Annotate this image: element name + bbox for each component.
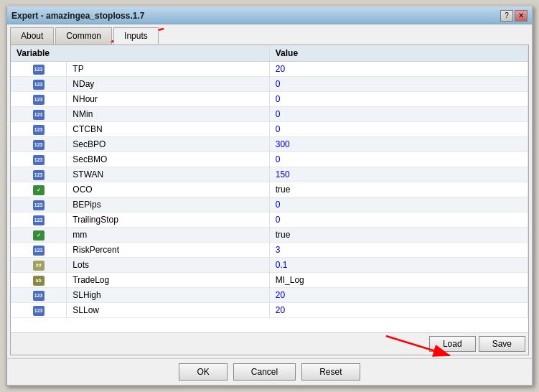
row-icon: 123: [11, 137, 67, 152]
help-button[interactable]: ?: [500, 10, 513, 22]
table-row[interactable]: ##Lots0.1: [11, 258, 528, 273]
row-icon: 123: [11, 243, 67, 258]
row-icon: 123: [11, 152, 67, 167]
row-variable: SLHigh: [67, 288, 269, 303]
row-variable: SecBMO: [67, 152, 269, 167]
table-row[interactable]: ✓OCOtrue: [11, 182, 528, 197]
row-variable: SLLow: [67, 303, 269, 318]
row-value: 20: [269, 288, 528, 303]
row-value: 20: [269, 303, 528, 318]
row-variable: STWAN: [67, 167, 269, 182]
row-icon: 123: [11, 122, 67, 137]
table-row[interactable]: 123CTCBN0: [11, 122, 528, 137]
table-row[interactable]: 123SLHigh20: [11, 288, 528, 303]
row-icon: 123: [11, 288, 67, 303]
row-value: MI_Log: [269, 273, 528, 288]
table-row[interactable]: 123STWAN150: [11, 167, 528, 182]
row-icon: 123: [11, 92, 67, 107]
row-icon: 123: [11, 197, 67, 213]
row-icon: ##: [11, 258, 67, 273]
row-variable: NDay: [67, 77, 269, 92]
window-title: Expert - amazingea_stoploss.1.7: [11, 11, 144, 21]
row-icon: ab: [11, 273, 67, 288]
row-variable: mm: [67, 228, 269, 243]
row-value: 3: [269, 243, 528, 258]
row-value: true: [269, 228, 528, 243]
table-row[interactable]: 123TrailingStop0: [11, 213, 528, 228]
reset-button[interactable]: Reset: [301, 363, 360, 381]
row-variable: OCO: [67, 182, 269, 197]
ok-button[interactable]: OK: [179, 363, 227, 381]
row-variable: Lots: [67, 258, 269, 273]
row-value: 0: [269, 197, 528, 213]
table-row[interactable]: ✓mmtrue: [11, 228, 528, 243]
row-variable: NHour: [67, 92, 269, 107]
col-variable: Variable: [11, 45, 269, 62]
main-window: Expert - amazingea_stoploss.1.7 ? ✕ Abou…: [6, 6, 533, 386]
table-row[interactable]: 123NDay0: [11, 77, 528, 92]
variables-table: Variable Value 123TP20123NDay0123NHour01…: [11, 45, 528, 318]
table-row[interactable]: 123BEPips0: [11, 197, 528, 213]
row-variable: SecBPO: [67, 137, 269, 152]
tab-common[interactable]: Common: [55, 27, 112, 45]
table-row[interactable]: 123SecBMO0: [11, 152, 528, 167]
row-value: 0: [269, 152, 528, 167]
row-icon: ✓: [11, 182, 67, 197]
row-value: true: [269, 182, 528, 197]
row-value: 150: [269, 167, 528, 182]
title-bar-buttons: ? ✕: [500, 10, 528, 22]
table-row[interactable]: 123TP20: [11, 62, 528, 77]
row-icon: 123: [11, 77, 67, 92]
row-variable: CTCBN: [67, 122, 269, 137]
tab-about[interactable]: About: [10, 27, 54, 45]
table-row[interactable]: 123NMin0: [11, 107, 528, 122]
col-value: Value: [269, 45, 528, 62]
row-value: 0.1: [269, 258, 528, 273]
row-icon: 123: [11, 107, 67, 122]
title-bar: Expert - amazingea_stoploss.1.7 ? ✕: [7, 7, 532, 24]
row-value: 0: [269, 213, 528, 228]
row-value: 20: [269, 62, 528, 77]
table-row[interactable]: 123SLLow20: [11, 303, 528, 318]
variables-table-container: Variable Value 123TP20123NDay0123NHour01…: [11, 45, 528, 332]
footer-buttons: OK Cancel Reset: [7, 358, 532, 385]
cancel-button[interactable]: Cancel: [233, 363, 296, 381]
row-value: 0: [269, 122, 528, 137]
row-variable: TP: [67, 62, 269, 77]
close-button[interactable]: ✕: [515, 10, 528, 22]
table-row[interactable]: 123RiskPercent3: [11, 243, 528, 258]
table-row[interactable]: 123NHour0: [11, 92, 528, 107]
table-row[interactable]: 123SecBPO300: [11, 137, 528, 152]
row-variable: TrailingStop: [67, 213, 269, 228]
row-variable: RiskPercent: [67, 243, 269, 258]
row-value: 0: [269, 107, 528, 122]
row-icon: 123: [11, 62, 67, 77]
row-icon: 123: [11, 303, 67, 318]
load-button[interactable]: Load: [429, 336, 476, 352]
row-variable: NMin: [67, 107, 269, 122]
row-icon: 123: [11, 167, 67, 182]
save-button[interactable]: Save: [479, 336, 525, 352]
tab-bar: About Common Inputs: [10, 27, 529, 45]
row-variable: BEPips: [67, 197, 269, 213]
row-value: 0: [269, 77, 528, 92]
row-value: 0: [269, 92, 528, 107]
row-value: 300: [269, 137, 528, 152]
tab-inputs[interactable]: Inputs: [113, 27, 159, 45]
row-icon: ✓: [11, 228, 67, 243]
row-variable: TradeLog: [67, 273, 269, 288]
table-row[interactable]: abTradeLogMI_Log: [11, 273, 528, 288]
row-icon: 123: [11, 213, 67, 228]
main-content: About Common Inputs Variable: [7, 24, 532, 358]
tab-content-inputs: Variable Value 123TP20123NDay0123NHour01…: [10, 45, 529, 355]
load-save-row: Load Save: [11, 332, 528, 355]
